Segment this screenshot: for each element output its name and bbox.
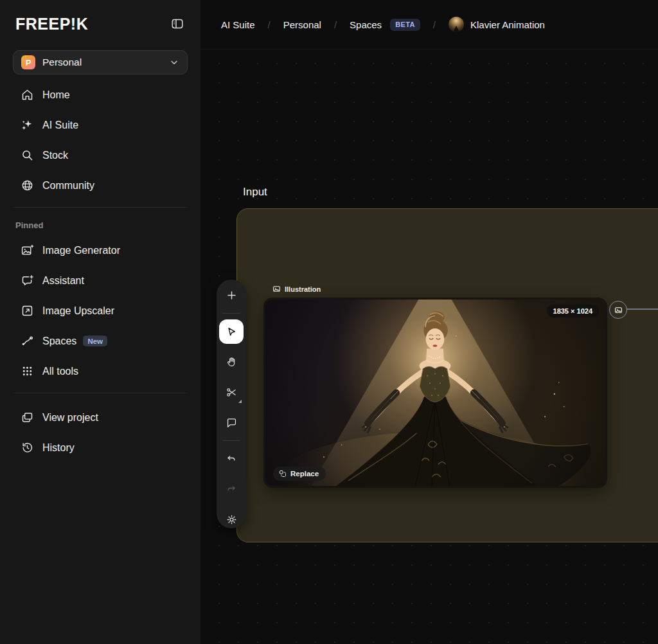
sidebar-main-nav: Home AI Suite Stock Community bbox=[0, 80, 200, 201]
sidebar-item-all-tools[interactable]: All tools bbox=[0, 356, 200, 386]
sidebar-item-home[interactable]: Home bbox=[0, 80, 200, 110]
new-badge: New bbox=[83, 335, 107, 346]
undo-icon bbox=[226, 453, 237, 465]
breadcrumb-personal[interactable]: Personal bbox=[283, 19, 321, 30]
sidebar-item-ai-suite[interactable]: AI Suite bbox=[0, 110, 200, 140]
sidebar-footer-nav: View project History bbox=[0, 402, 200, 463]
sidebar: FREEP!K P Personal Home bbox=[0, 0, 200, 644]
toolbar-divider bbox=[222, 313, 240, 314]
cut-tool-button[interactable] bbox=[219, 380, 244, 404]
app-window: FREEP!K P Personal Home bbox=[0, 0, 658, 644]
node-image[interactable]: 1835 × 1024 Replace bbox=[263, 298, 607, 488]
sidebar-item-community[interactable]: Community bbox=[0, 170, 200, 201]
breadcrumb-separator: / bbox=[334, 19, 337, 30]
comment-tool-button[interactable] bbox=[219, 410, 244, 434]
sidebar-toggle-icon bbox=[170, 17, 184, 31]
plus-icon bbox=[226, 289, 238, 301]
sidebar-divider bbox=[13, 393, 188, 393]
sidebar-item-stock[interactable]: Stock bbox=[0, 140, 200, 170]
sidebar-divider bbox=[13, 207, 188, 208]
chevron-down-icon bbox=[169, 57, 179, 67]
freepik-logo: FREEP!K bbox=[15, 15, 88, 33]
pan-tool-button[interactable] bbox=[219, 350, 244, 374]
image-upscaler-icon bbox=[21, 304, 34, 318]
hand-icon bbox=[226, 356, 238, 368]
sparkles-icon bbox=[21, 118, 34, 132]
pinned-section-title: Pinned bbox=[0, 214, 200, 235]
settings-button[interactable] bbox=[219, 507, 244, 532]
sidebar-item-spaces[interactable]: Spaces New bbox=[0, 326, 200, 356]
sidebar-item-view-project[interactable]: View project bbox=[0, 402, 200, 433]
collapse-sidebar-button[interactable] bbox=[168, 15, 186, 33]
replace-button[interactable]: Replace bbox=[273, 467, 326, 481]
undo-button[interactable] bbox=[219, 447, 244, 471]
all-tools-icon bbox=[21, 364, 34, 378]
breadcrumb-spaces[interactable]: Spaces bbox=[350, 19, 382, 30]
replace-icon bbox=[279, 470, 287, 478]
node-type-label: Illustration bbox=[285, 285, 321, 293]
spaces-icon bbox=[21, 334, 34, 348]
sidebar-item-image-generator[interactable]: Image Generator bbox=[0, 235, 200, 265]
breadcrumb: AI Suite / Personal / Spaces BETA / Klav… bbox=[200, 0, 658, 49]
home-icon bbox=[21, 88, 34, 102]
breadcrumb-ai-suite[interactable]: AI Suite bbox=[221, 19, 255, 30]
sidebar-item-history[interactable]: History bbox=[0, 433, 200, 463]
canvas-toolbar bbox=[217, 280, 246, 528]
comment-icon bbox=[226, 416, 238, 429]
select-tool-button[interactable] bbox=[219, 319, 244, 344]
input-group-label: Input bbox=[243, 186, 267, 199]
gear-icon bbox=[226, 514, 238, 526]
illustration-image bbox=[265, 300, 605, 486]
search-icon bbox=[21, 148, 34, 162]
breadcrumb-separator: / bbox=[433, 19, 436, 30]
view-project-icon bbox=[21, 411, 34, 424]
replace-button-label: Replace bbox=[290, 470, 319, 478]
image-icon bbox=[272, 285, 281, 293]
sidebar-item-assistant[interactable]: Assistant bbox=[0, 265, 200, 296]
redo-button[interactable] bbox=[219, 477, 244, 501]
submenu-indicator bbox=[238, 400, 242, 403]
assistant-icon bbox=[21, 274, 34, 287]
image-output-port[interactable] bbox=[609, 301, 627, 319]
sidebar-item-image-upscaler[interactable]: Image Upscaler bbox=[0, 296, 200, 326]
beta-badge: BETA bbox=[390, 19, 420, 31]
spaces-canvas[interactable]: Input Illustration bbox=[200, 49, 658, 644]
project-chip[interactable]: Klavier Animation bbox=[449, 17, 545, 32]
scissors-icon bbox=[226, 386, 238, 398]
workspace-selector[interactable]: P Personal bbox=[13, 50, 188, 75]
toolbar-divider bbox=[222, 440, 240, 441]
image-generator-icon bbox=[21, 244, 34, 257]
connection-edge bbox=[627, 309, 658, 310]
project-name: Klavier Animation bbox=[470, 19, 545, 30]
workspace-badge: P bbox=[21, 55, 35, 69]
cursor-icon bbox=[226, 326, 238, 338]
image-icon bbox=[614, 306, 623, 314]
sidebar-pinned-nav: Image Generator Assistant Image Upscaler… bbox=[0, 235, 200, 386]
project-avatar bbox=[449, 17, 464, 32]
workspace-label: Personal bbox=[42, 57, 169, 68]
node-type-label-row: Illustration bbox=[272, 285, 321, 293]
history-icon bbox=[21, 441, 34, 454]
main-area: AI Suite / Personal / Spaces BETA / Klav… bbox=[200, 0, 658, 644]
breadcrumb-separator: / bbox=[268, 19, 271, 30]
globe-icon bbox=[21, 179, 34, 192]
sidebar-header: FREEP!K bbox=[0, 0, 200, 48]
add-node-button[interactable] bbox=[219, 283, 244, 307]
redo-icon bbox=[226, 483, 237, 495]
image-dimensions-badge: 1835 × 1024 bbox=[547, 305, 599, 318]
